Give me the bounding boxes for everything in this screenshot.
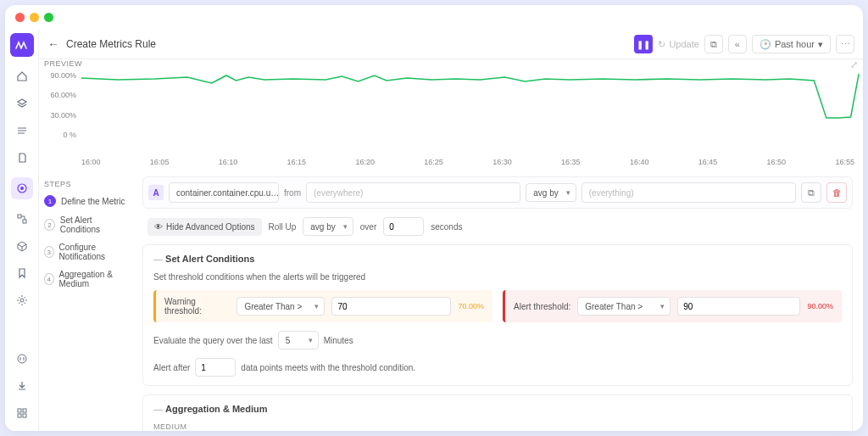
duplicate-query-icon[interactable]: ⧉ (801, 182, 821, 203)
query-badge: A (148, 185, 164, 200)
support-icon[interactable] (14, 351, 30, 366)
warning-value-input[interactable] (331, 297, 451, 316)
flow-icon[interactable] (14, 211, 30, 226)
svg-point-1 (20, 187, 24, 190)
alerts-icon[interactable] (11, 177, 33, 199)
avg-by-select[interactable]: avg by (526, 183, 576, 202)
back-arrow-icon[interactable]: ← (47, 37, 59, 51)
avg-by-input[interactable]: (everything) (581, 182, 796, 203)
section-title: Set Alert Conditions (153, 254, 842, 264)
copy-icon[interactable]: ⧉ (704, 35, 723, 53)
pause-button[interactable]: ❚❚ (634, 35, 653, 53)
rewind-icon[interactable]: « (728, 35, 747, 53)
metric-line-chart (81, 71, 863, 139)
alert-pct: 90.00% (807, 302, 833, 310)
alert-label: Alert threshold: (514, 302, 570, 311)
step-set-conditions[interactable]: 2Set Alert Conditions (44, 215, 127, 234)
hide-advanced-button[interactable]: 👁 Hide Advanced Options (147, 218, 262, 236)
metric-name-input[interactable]: container.container.cpu.u… (169, 182, 279, 203)
minimize-window-icon[interactable] (30, 13, 39, 22)
app-logo[interactable] (10, 33, 34, 57)
medium-label: MEDIUM (153, 422, 842, 431)
step-aggregation-medium[interactable]: 4Aggregation & Medium (44, 270, 127, 288)
svg-rect-8 (18, 414, 21, 417)
section-subtitle: Set threshold conditions when the alerts… (153, 272, 842, 282)
section-title-agg: Aggregation & Medium (153, 404, 842, 414)
layers-icon[interactable] (14, 96, 30, 111)
warning-op-select[interactable]: Greater Than > (236, 297, 325, 316)
rollup-over-input[interactable] (383, 217, 424, 236)
close-window-icon[interactable] (15, 13, 25, 22)
document-icon[interactable] (14, 150, 30, 165)
delete-query-icon[interactable]: 🗑 (826, 182, 847, 203)
step-configure-notifications[interactable]: 3Configure Notifications (44, 243, 127, 261)
svg-rect-3 (23, 220, 26, 223)
y-tick: 90.00% (44, 71, 76, 80)
steps-title: STEPS (44, 180, 127, 188)
evaluate-unit: Minutes (324, 336, 353, 345)
home-icon[interactable] (14, 69, 30, 84)
from-scope-input[interactable]: (everywhere) (306, 182, 520, 203)
advanced-options-row: 👁 Hide Advanced Options Roll Up avg by o… (142, 217, 853, 236)
grid-icon[interactable] (14, 405, 30, 421)
y-tick: 30.00% (44, 111, 76, 120)
cube-icon[interactable] (14, 238, 30, 254)
rollup-method-select[interactable]: avg by (303, 217, 353, 236)
y-tick: 60.00% (44, 91, 76, 99)
svg-point-4 (20, 299, 24, 302)
time-range-picker[interactable]: 🕑 Past hour ▾ (752, 35, 831, 53)
svg-point-5 (18, 355, 26, 363)
over-unit: seconds (431, 222, 462, 232)
expand-icon[interactable]: ⤢ (850, 59, 858, 70)
update-button[interactable]: ↻ Update (658, 39, 698, 50)
page-title: Create Metrics Rule (66, 38, 156, 50)
after-value-input[interactable] (195, 358, 236, 377)
warning-label: Warning threshold: (164, 297, 230, 316)
aggregation-medium-section: Aggregation & Medium MEDIUM Email Slack✔… (142, 394, 853, 431)
preview-label: PREVIEW (44, 59, 82, 68)
warning-pct: 70.00% (458, 302, 484, 310)
svg-rect-6 (18, 409, 21, 412)
evaluate-value-select[interactable]: 5 (278, 331, 319, 349)
gear-icon[interactable] (14, 293, 30, 308)
rollup-label: Roll Up (269, 222, 297, 232)
warning-threshold-block: Warning threshold: Greater Than > 70.00% (153, 290, 492, 322)
download-icon[interactable] (14, 378, 30, 394)
step-define-metric[interactable]: 1Define the Metric (44, 195, 127, 207)
alert-op-select[interactable]: Greater Than > (577, 297, 670, 316)
svg-rect-7 (23, 409, 26, 412)
after-suffix: data points meets with the threshold con… (241, 363, 415, 372)
preview-panel: PREVIEW ⤢ 90.00% 60.00% 30.00% 0 % (39, 59, 863, 171)
evaluate-prefix: Evaluate the query over the last (153, 336, 273, 345)
app-window: ← Create Metrics Rule ❚❚ ↻ Update ⧉ « 🕑 … (5, 5, 863, 431)
metric-query-row: A container.container.cpu.u… from (every… (142, 176, 853, 209)
bookmark-icon[interactable] (14, 266, 30, 281)
over-label: over (360, 222, 376, 232)
x-axis: 16:0016:0516:10 16:1516:2016:25 16:3016:… (81, 158, 854, 166)
maximize-window-icon[interactable] (44, 13, 53, 22)
alert-threshold-block: Alert threshold: Greater Than > 90.00% (503, 290, 842, 322)
more-icon[interactable]: ⋯ (836, 35, 854, 53)
alert-conditions-section: Set Alert Conditions Set threshold condi… (142, 244, 853, 386)
steps-sidebar: STEPS 1Define the Metric 2Set Alert Cond… (39, 171, 132, 431)
top-bar: ← Create Metrics Rule ❚❚ ↻ Update ⧉ « 🕑 … (39, 30, 863, 59)
svg-rect-2 (18, 215, 21, 218)
list-icon[interactable] (14, 123, 30, 138)
from-label: from (284, 188, 301, 198)
left-nav-rail (5, 30, 39, 431)
svg-rect-9 (23, 414, 26, 417)
window-controls (5, 5, 863, 30)
y-tick: 0 % (44, 131, 76, 139)
after-prefix: Alert after (153, 363, 190, 372)
alert-value-input[interactable] (677, 297, 800, 316)
